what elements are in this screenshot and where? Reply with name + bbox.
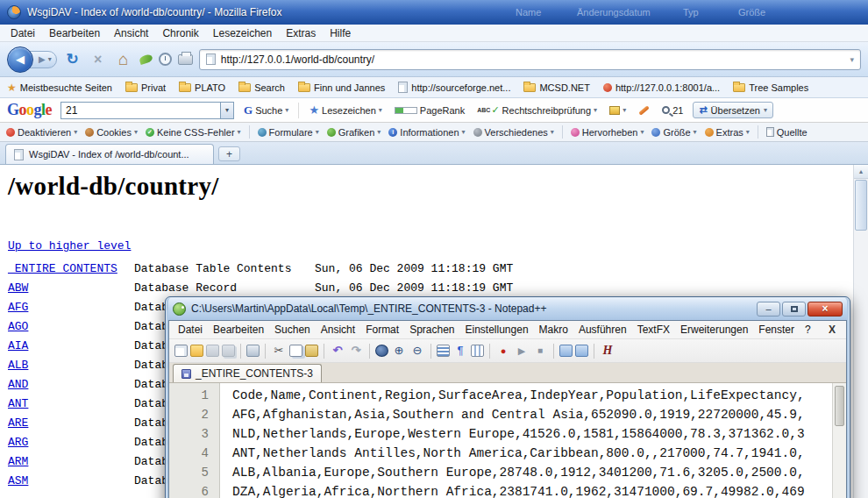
find-icon[interactable] [375, 345, 388, 357]
close-button[interactable]: × [808, 302, 843, 317]
url-bar[interactable]: http://127.0.0.1/world-db/country/ ▾ [199, 49, 861, 70]
html-icon[interactable]: H [600, 343, 615, 359]
entry-link[interactable]: AIA [8, 339, 28, 352]
autofill-button[interactable] [636, 107, 652, 114]
spellcheck-button[interactable]: ABC✓Rechtschreibprüfung▾ [474, 103, 600, 117]
bookmark-most-visited[interactable]: ★Meistbesuchte Seiten [7, 82, 112, 94]
menu-lesezeichen[interactable]: Lesezeichen [206, 27, 279, 39]
show-symbols-icon[interactable]: ¶ [452, 343, 468, 359]
webdev-hervorheben[interactable]: Hervorheben▾ [571, 127, 644, 138]
bookmark-mcsd[interactable]: MCSD.NET [523, 82, 589, 93]
google-search-button[interactable]: GSuche▾ [241, 102, 291, 119]
entry-link[interactable]: ARM [8, 455, 28, 468]
menu-chronik[interactable]: Chronik [155, 27, 205, 39]
copy-icon[interactable] [289, 345, 302, 357]
bookmark-plato[interactable]: PLATO [179, 82, 225, 93]
npp-menu-fenster[interactable]: Fenster [753, 324, 800, 336]
document-tab[interactable]: _ENTIRE_CONTENTS-3 [173, 364, 322, 382]
entry-link[interactable]: ARE [8, 416, 28, 430]
bookmark-tree-samples[interactable]: Tree Samples [733, 82, 808, 93]
entry-link[interactable]: ALB [8, 359, 28, 372]
scrollbar-thumb[interactable] [855, 180, 867, 231]
history-clock-icon[interactable] [159, 53, 172, 66]
search-history-dropdown[interactable]: ▾ [220, 103, 233, 118]
bookmark-localhost-8001[interactable]: http://127.0.0.1:8001/a... [603, 82, 720, 93]
npp-menu-einstellungen[interactable]: Einstellungen [460, 324, 534, 336]
zoom-in-icon[interactable]: ⊕ [391, 343, 407, 359]
entry-link[interactable]: AND [8, 378, 28, 391]
editor[interactable]: 1 2 3 4 5 6 Code,Name,Continent,Region,S… [169, 383, 846, 498]
google-search-value[interactable]: 21 [61, 103, 220, 118]
menu-bearbeiten[interactable]: Bearbeiten [42, 27, 107, 39]
bookmark-privat[interactable]: Privat [125, 82, 166, 93]
bookmark-finn-und-jannes[interactable]: Finn und Jannes [298, 82, 385, 93]
scrollbar-thumb[interactable] [835, 386, 844, 426]
reload-button[interactable]: ↻ [63, 50, 82, 69]
redo-icon[interactable]: ↷ [348, 343, 364, 359]
npp-menu-sprachen[interactable]: Sprachen [404, 324, 459, 336]
doc-monitor-icon[interactable] [575, 345, 588, 357]
entry-link[interactable]: AGO [8, 320, 28, 333]
menu-datei[interactable]: Datei [4, 27, 42, 39]
google-bookmarks-button[interactable]: ★Lesezeichen▾ [306, 102, 384, 118]
save-macro-icon[interactable]: ■ [532, 343, 548, 359]
doc-switch-icon[interactable] [559, 345, 573, 357]
entry-link[interactable]: ANT [8, 397, 28, 410]
editor-scrollbar[interactable] [832, 383, 846, 498]
webdev-informationen[interactable]: iInformationen▾ [388, 127, 465, 138]
npp-menu-erweiterungen[interactable]: Erweiterungen [675, 324, 753, 336]
entry-link[interactable]: _ENTIRE_CONTENTS [8, 262, 117, 275]
indent-guide-icon[interactable] [471, 345, 484, 357]
menu-hilfe[interactable]: Hilfe [323, 27, 358, 39]
up-to-higher-level-link[interactable]: Up to higher level [8, 239, 131, 253]
print-icon[interactable] [178, 54, 193, 65]
webdev-grafiken[interactable]: Grafiken▾ [327, 127, 381, 138]
translate-button[interactable]: ⇄Übersetzen▾ [693, 102, 773, 118]
pagerank-widget[interactable]: PageRank [392, 103, 467, 117]
webdev-css[interactable]: ✓Keine CSS-Fehler▾ [146, 127, 241, 138]
word-wrap-icon[interactable] [437, 345, 450, 357]
minimize-button[interactable]: – [757, 302, 780, 317]
open-file-icon[interactable] [190, 345, 203, 357]
close-document-button[interactable]: X [822, 324, 843, 336]
code-area[interactable]: Code,Name,Continent,Region,SurfaceArea,I… [220, 383, 846, 498]
google-search-box[interactable]: 21 ▾ [60, 102, 234, 119]
record-macro-icon[interactable]: ● [495, 343, 511, 359]
undo-icon[interactable]: ↶ [330, 343, 345, 359]
new-file-icon[interactable] [174, 345, 188, 357]
home-button[interactable]: ⌂ [114, 50, 133, 69]
new-tab-button[interactable]: + [218, 146, 240, 161]
url-text[interactable]: http://127.0.0.1/world-db/country/ [221, 53, 374, 66]
npp-menu-ausfuehren[interactable]: Ausführen [573, 324, 632, 336]
entry-link[interactable]: ABW [8, 281, 28, 295]
zoom-out-icon[interactable]: ⊖ [409, 343, 425, 359]
webdev-formulare[interactable]: Formulare▾ [258, 127, 319, 138]
npp-menu-bearbeiten[interactable]: Bearbeiten [208, 324, 269, 336]
npp-menu-format[interactable]: Format [360, 324, 404, 336]
history-dropdown-icon[interactable]: ▾ [48, 55, 52, 63]
webdev-deaktivieren[interactable]: Deaktivieren▾ [6, 127, 77, 138]
zoom-indicator[interactable]: 21 [659, 103, 686, 117]
entry-link[interactable]: ARG [8, 436, 28, 449]
greasemonkey-icon[interactable] [139, 53, 153, 65]
webdev-extras[interactable]: Extras▾ [705, 127, 750, 138]
webdev-verschiedenes[interactable]: Verschiedenes▾ [473, 127, 554, 138]
bookmark-search[interactable]: Search [238, 82, 285, 93]
webdev-groesse[interactable]: Größe▾ [651, 127, 696, 138]
notepad-titlebar[interactable]: C:\Users\Martin\AppData\Local\Temp\_ENTI… [168, 297, 847, 320]
urlbar-dropdown-icon[interactable]: ▾ [850, 55, 854, 64]
entry-link[interactable]: ASM [8, 474, 28, 487]
npp-menu-datei[interactable]: Datei [173, 324, 208, 336]
menu-ansicht[interactable]: Ansicht [107, 27, 155, 39]
back-button[interactable]: ◀ [7, 46, 33, 73]
npp-menu-suchen[interactable]: Suchen [269, 324, 316, 336]
save-all-icon[interactable] [222, 345, 235, 357]
play-macro-icon[interactable]: ▶ [514, 343, 530, 359]
print-icon[interactable] [246, 345, 260, 357]
bookmark-sourceforge[interactable]: http://sourceforge.net... [398, 82, 510, 93]
page-scrollbar[interactable]: ▲ [853, 165, 868, 498]
maximize-button[interactable] [782, 302, 806, 317]
entry-link[interactable]: AFG [8, 301, 28, 314]
paste-icon[interactable] [305, 345, 318, 357]
npp-menu-textfx[interactable]: TextFX [632, 324, 675, 336]
